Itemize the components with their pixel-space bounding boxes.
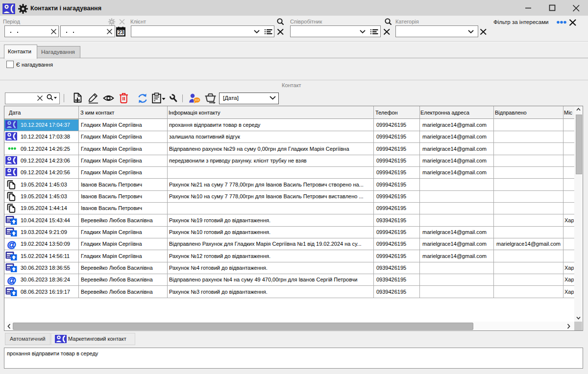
svg-text:@: @ [7,276,17,285]
svg-text:23: 23 [118,29,124,35]
svg-text:@: @ [7,240,17,249]
